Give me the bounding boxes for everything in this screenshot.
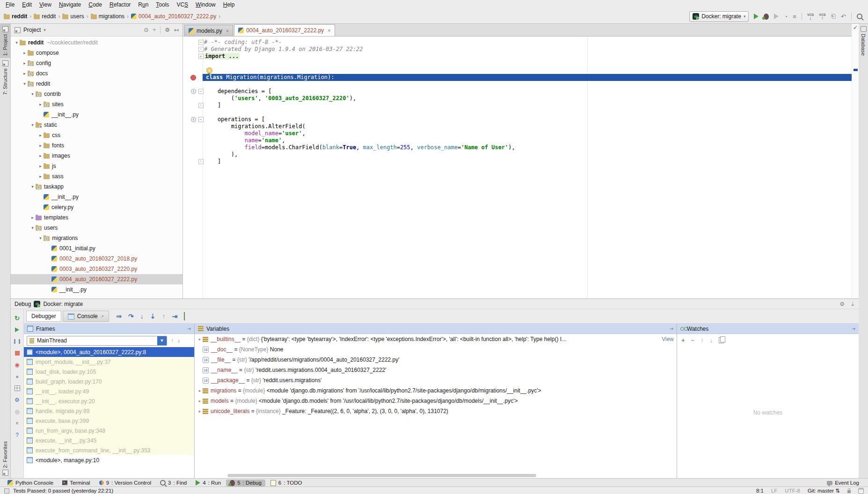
toolwindow-button--version-control[interactable]: 9: Version Control: [95, 479, 155, 486]
hide-panel-icon[interactable]: ↤: [174, 27, 179, 33]
next-frame-icon[interactable]: ↓: [177, 337, 180, 344]
tree-item--init-py[interactable]: __init__.py: [11, 192, 182, 202]
chevron-down-icon[interactable]: ▾: [29, 92, 36, 96]
expand-arrow-icon[interactable]: ▸: [197, 399, 203, 403]
code-line-6[interactable]: class Migration(migrations.Migration):: [183, 74, 859, 81]
editor-scrollbar[interactable]: ✓: [852, 24, 859, 298]
rerun-button[interactable]: ↻: [11, 312, 23, 324]
pause-button[interactable]: [11, 335, 23, 347]
menu-item-navigate[interactable]: Navigate: [55, 0, 85, 9]
editor-gutter[interactable]: ↑: [183, 117, 197, 122]
stack-frame-row[interactable]: load_disk, loader.py:105: [24, 367, 194, 377]
readonly-lock-icon[interactable]: [847, 490, 851, 493]
toolwindow-button--find[interactable]: 3: Find: [156, 479, 190, 486]
tree-item-users[interactable]: ▾users: [11, 223, 182, 233]
help-icon[interactable]: ?: [11, 429, 23, 441]
tree-item-taskapp[interactable]: ▾taskapp: [11, 182, 182, 192]
inspections-ok-icon[interactable]: ✓: [853, 24, 858, 31]
move-down-button[interactable]: ↓: [710, 337, 713, 344]
close-icon[interactable]: ×: [328, 28, 330, 33]
fold-gutter[interactable]: −: [197, 89, 204, 94]
stack-frame-row[interactable]: import_module, __init__.py:37: [24, 357, 194, 367]
chevron-down-icon[interactable]: ▼: [157, 336, 167, 345]
breadcrumb-item[interactable]: 0004_auto_20160327_2222.py: [131, 13, 216, 20]
expand-arrow-icon[interactable]: ▸: [197, 388, 203, 393]
chevron-right-icon[interactable]: ▸: [37, 102, 44, 107]
tree-item-0001-initial-py[interactable]: 0001_initial.py: [11, 243, 182, 254]
variable-row[interactable]: 18__package__ = {str} 'reddit.users.migr…: [195, 375, 677, 385]
variable-row[interactable]: ▸unicode_literals = {instance} _Feature:…: [195, 406, 677, 416]
tree-item-images[interactable]: ▸images: [11, 151, 182, 161]
sidebar-item-favorites[interactable]: 2: Favorites: [0, 439, 10, 478]
inspector-profile-icon[interactable]: [858, 488, 864, 494]
run-to-cursor-icon[interactable]: ⇥: [172, 312, 178, 320]
tree-item-reddit[interactable]: ▾reddit: [11, 79, 182, 89]
step-out-icon[interactable]: ↑: [162, 312, 166, 320]
thread-selector[interactable]: MainThread ▼: [27, 336, 167, 346]
chevron-right-icon[interactable]: ▸: [29, 215, 36, 220]
fold-gutter[interactable]: −: [197, 40, 204, 45]
tree-item-reddit[interactable]: ▾reddit~/cookiecutter/reddit: [11, 37, 182, 48]
expand-arrow-icon[interactable]: ▸: [197, 337, 203, 341]
changes-button[interactable]: ⎗: [831, 13, 836, 20]
tree-item-0003-auto-20160327-2220-py[interactable]: 0003_auto_20160327_2220.py: [11, 264, 182, 274]
horizontal-scrollbar[interactable]: [227, 474, 536, 477]
step-into-icon[interactable]: ↓: [140, 312, 144, 320]
stack-frame-row[interactable]: <module>, 0004_auto_20160327_2222.py:8: [24, 347, 194, 357]
menu-item-vcs[interactable]: VCS: [173, 0, 192, 9]
menu-item-code[interactable]: Code: [85, 0, 106, 9]
breadcrumb-item[interactable]: reddit: [34, 13, 56, 20]
execution-point-marker[interactable]: [853, 69, 858, 71]
variable-row[interactable]: 18__name__ = {str} 'reddit.users.migrati…: [195, 365, 677, 375]
menu-item-help[interactable]: Help: [219, 0, 239, 9]
locate-file-icon[interactable]: ⊙: [144, 27, 149, 33]
tree-item-0002-auto-20160327-2018-py[interactable]: 0002_auto_20160327_2018.py: [11, 254, 182, 264]
chevron-right-icon[interactable]: ▸: [37, 133, 44, 138]
remove-watch-button[interactable]: −: [691, 337, 695, 344]
tree-item-celery-py[interactable]: celery.py: [11, 202, 182, 212]
tab-console[interactable]: Console ↗: [63, 311, 109, 322]
fold-gutter[interactable]: ˄: [197, 47, 204, 52]
stack-frame-row[interactable]: handle, migrate.py:89: [24, 406, 194, 416]
fold-end-icon[interactable]: ˄: [198, 159, 204, 164]
breakpoint-icon[interactable]: [190, 75, 196, 80]
variable-row[interactable]: 18__doc__ = {NoneType} None: [195, 344, 677, 355]
tree-item--init-py[interactable]: __init__.py: [11, 284, 182, 295]
stack-frame-row[interactable]: <module>, manage.py:10: [24, 455, 194, 465]
stack-frame-row[interactable]: __init__, loader.py:49: [24, 386, 194, 396]
tree-item-config[interactable]: ▸config: [11, 58, 182, 68]
panel-options-icon[interactable]: ⇥: [670, 326, 673, 331]
menu-item-file[interactable]: File: [2, 0, 18, 9]
fold-expand-icon[interactable]: +: [198, 54, 204, 59]
stack-frame-row[interactable]: build_graph, loader.py:170: [24, 377, 194, 386]
hide-panel-icon[interactable]: ⇣: [850, 301, 855, 307]
resume-button[interactable]: [11, 324, 23, 335]
profiler-button[interactable]: ◔: [784, 13, 788, 20]
step-over-icon[interactable]: ↷: [128, 312, 134, 320]
chevron-down-icon[interactable]: ▾: [29, 123, 36, 127]
tree-item-contrib[interactable]: ▾contrib: [11, 89, 182, 99]
fold-collapse-icon[interactable]: −: [198, 117, 204, 122]
tree-item-static[interactable]: ▾static: [11, 120, 182, 130]
chevron-right-icon[interactable]: ▸: [22, 71, 28, 76]
tree-item--init-py[interactable]: __init__.py: [11, 109, 182, 120]
editor-tab-0004-auto-20160327-2222-py[interactable]: 0004_auto_20160327_2222.py×: [234, 24, 335, 36]
fold-gutter[interactable]: +: [197, 54, 204, 59]
fold-end-icon[interactable]: ˄: [198, 103, 204, 108]
move-up-button[interactable]: ↑: [700, 337, 704, 344]
editor-gutter[interactable]: [183, 75, 197, 80]
editor-gutter[interactable]: ↑: [183, 89, 197, 94]
tree-item-sass[interactable]: ▸sass: [11, 171, 182, 182]
chevron-right-icon[interactable]: ▸: [37, 153, 44, 158]
variable-row[interactable]: 18__file__ = {str} '/app/reddit/users/mi…: [195, 355, 677, 365]
variable-row[interactable]: ▸migrations = {module} <module 'django.d…: [195, 385, 677, 396]
close-icon[interactable]: ×: [226, 28, 229, 34]
override-marker-icon[interactable]: ↑: [191, 89, 196, 94]
panel-options-icon[interactable]: ⇥: [187, 326, 191, 331]
menu-item-tools[interactable]: Tools: [152, 0, 173, 9]
fold-collapse-icon[interactable]: −: [198, 89, 204, 94]
toolwindow-button--run[interactable]: 4: Run: [192, 479, 225, 486]
sidebar-item-database[interactable]: Database: [859, 24, 868, 58]
chevron-right-icon[interactable]: ▸: [22, 61, 28, 65]
collapse-all-icon[interactable]: ÷: [153, 27, 156, 33]
